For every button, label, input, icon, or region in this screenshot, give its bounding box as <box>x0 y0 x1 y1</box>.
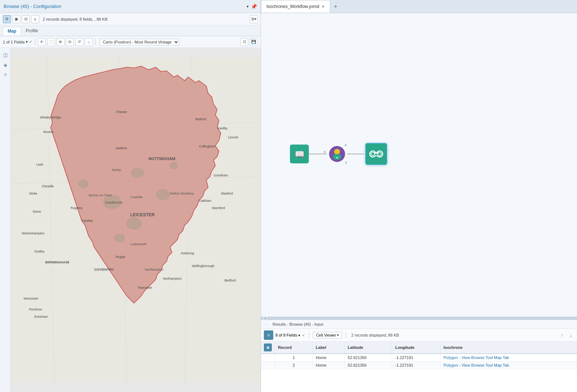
svg-text:Oakham: Oakham <box>199 199 211 203</box>
svg-text:Bedford: Bedford <box>224 279 236 282</box>
separator-2 <box>95 39 96 45</box>
select-tool-btn[interactable]: ⬚ <box>47 38 55 46</box>
scroll-up-btn[interactable]: ↑ <box>559 332 565 338</box>
svg-text:LEICESTER: LEICESTER <box>130 212 155 217</box>
results-fields-dropdown[interactable]: ▾ <box>298 333 300 337</box>
table-header-row: ⊗ Record Label Latitude Longitude Isochr… <box>261 342 577 354</box>
col-header-label[interactable]: Label <box>313 342 345 354</box>
cell-record-1: 1 <box>275 354 313 362</box>
results-header: ···· Results - Browse (45) - Input <box>261 320 577 329</box>
svg-text:Wellingborough: Wellingborough <box>192 264 214 268</box>
move-tool-btn[interactable]: ✛ <box>38 38 46 46</box>
results-toolbar: ≡ 8 of 8 Fields ▾ ✓ Cell Viewer ▾ 2 reco… <box>261 329 577 342</box>
svg-text:Swadlincote: Swadlincote <box>105 201 123 204</box>
col-header-longitude[interactable]: Longitude <box>392 342 440 354</box>
node-join[interactable]: ✦ s f <box>327 144 347 164</box>
layers-side-icon[interactable]: ◫ <box>1 51 9 59</box>
workflow-canvas[interactable]: 📖 s ✦ s <box>261 13 577 317</box>
pin-icon[interactable]: 📌 <box>251 4 257 9</box>
node-reader[interactable]: 📖 <box>290 145 309 163</box>
grid-single-btn[interactable]: ▣ <box>12 15 20 23</box>
left-toolbar-row: ⚙ ▣ ⊟ ≡ 2 records displayed, 8 fields, ,… <box>0 13 261 25</box>
toolbar-status: 2 records displayed, 8 fields, , 88 KB <box>43 17 108 21</box>
svg-text:Lincoln: Lincoln <box>228 135 238 139</box>
zoom-in-btn[interactable]: ⊕ <box>57 38 65 46</box>
home-btn[interactable]: ⌂ <box>85 38 93 46</box>
results-header-label: Results - Browse (45) - Input <box>273 322 323 326</box>
fields-dropdown-arrow[interactable]: ▾ <box>26 39 28 44</box>
connector-s-label: s <box>323 150 327 154</box>
screenshot-btn[interactable]: ⊡ <box>240 38 248 46</box>
svg-point-8 <box>131 168 144 178</box>
expand-icon-btn[interactable]: ⊞▾ <box>250 15 258 23</box>
col-header-record[interactable]: Record <box>275 342 313 354</box>
grid-double-btn[interactable]: ⊟ <box>22 15 30 23</box>
cell-viewer-label: Cell Viewer <box>316 333 336 337</box>
cell-longitude-2: -1.227191 <box>392 362 440 369</box>
fields-selector: 1 of 1 Fields ▾ ✓ <box>3 39 32 44</box>
svg-text:Retford: Retford <box>195 117 206 121</box>
svg-text:Lutterworth: Lutterworth <box>130 242 147 246</box>
svg-text:Cheadle: Cheadle <box>42 184 54 188</box>
cell-latitude-2: 52.621356 <box>345 362 392 369</box>
workflow-tab[interactable]: Isochrones_Workflow.yxmd ✕ <box>261 0 330 13</box>
svg-text:Matlock: Matlock <box>116 146 127 150</box>
tabs-row: Map Profile <box>0 25 261 36</box>
separator-1 <box>35 39 35 45</box>
results-table[interactable]: ⊗ Record Label Latitude Longitude Isochr… <box>261 342 577 392</box>
svg-text:Burton-on-Trent: Burton-on-Trent <box>89 193 112 197</box>
connector-2 <box>347 154 365 154</box>
left-panel-header: Browse (45) - Configuration ▾ 📌 <box>0 0 261 13</box>
workflow-tab-close-icon[interactable]: ✕ <box>321 4 325 9</box>
svg-text:Stone: Stone <box>33 210 41 213</box>
results-separator-2 <box>346 332 346 338</box>
rotate-btn[interactable]: ↺ <box>75 38 83 46</box>
svg-text:Saxilby: Saxilby <box>217 126 228 130</box>
cell-isochrone-1: Polygon - View Browse Tool Map Tab <box>440 354 577 362</box>
basemap-selector: Carto (Positron) - Most Recent Vintage O… <box>100 39 239 45</box>
save-map-btn[interactable]: 💾 <box>250 38 258 46</box>
svg-text:Chester: Chester <box>116 110 127 114</box>
zoom-out-btn[interactable]: ⊖ <box>66 38 74 46</box>
svg-text:Towcester: Towcester <box>137 286 152 289</box>
cell-label-2: Home <box>313 362 345 369</box>
col-header-isochrone[interactable]: Isochrone <box>440 342 577 354</box>
left-panel-title: Browse (45) - Configuration <box>4 4 61 9</box>
col-header-latitude[interactable]: Latitude <box>345 342 392 354</box>
scroll-down-btn[interactable]: ↓ <box>568 332 574 338</box>
table-row[interactable]: 1 Home 52.621356 -1.227191 Polygon - Vie… <box>261 354 577 362</box>
workflow-tab-add-btn[interactable]: + <box>330 1 341 12</box>
svg-text:📖: 📖 <box>295 149 305 159</box>
workflow-nodes: 📖 s ✦ s <box>290 143 387 165</box>
svg-text:Evesham: Evesham <box>34 315 48 318</box>
cell-viewer-btn[interactable]: Cell Viewer ▾ <box>313 332 342 338</box>
tab-map[interactable]: Map <box>3 27 21 35</box>
tab-profile[interactable]: Profile <box>21 26 43 35</box>
fields-check-icon: ✓ <box>29 39 32 44</box>
grid-triple-btn[interactable]: ≡ <box>31 15 39 23</box>
results-panel: ···· Results - Browse (45) - Input ≡ 8 o… <box>261 320 577 392</box>
record-type-icon: ≡ <box>264 330 273 340</box>
node-browse[interactable] <box>365 143 387 165</box>
svg-text:Leek: Leek <box>36 163 43 166</box>
results-fields-check: ✓ <box>302 333 305 338</box>
results-separator <box>309 332 309 338</box>
workflow-tab-label: Isochrones_Workflow.yxmd <box>266 4 319 9</box>
dropdown-arrow-icon[interactable]: ▾ <box>246 4 249 9</box>
connector-f-label-join: f <box>345 161 346 165</box>
cell-label-1: Home <box>313 354 345 362</box>
basemap-dropdown[interactable]: Carto (Positron) - Most Recent Vintage O… <box>100 39 179 45</box>
results-fields-label: 8 of 8 Fields <box>275 333 297 337</box>
col-header-icon: ⊗ <box>261 342 275 354</box>
tag-side-icon[interactable]: ◈ <box>1 61 9 69</box>
row-icon-2 <box>261 362 275 369</box>
settings-icon-btn[interactable]: ⚙ <box>3 15 11 23</box>
table-row[interactable]: 2 Home 52.621356 -1.227191 Polygon - Vie… <box>261 362 577 369</box>
cell-record-2: 2 <box>275 362 313 369</box>
panel-divider[interactable]: < <box>261 317 577 320</box>
help-side-icon[interactable]: ? <box>1 71 9 79</box>
svg-text:Northampton: Northampton <box>145 268 163 271</box>
svg-text:Buxton: Buxton <box>43 130 54 134</box>
svg-text:Worcester: Worcester <box>24 297 38 300</box>
cell-viewer-dropdown[interactable]: ▾ <box>337 333 339 337</box>
